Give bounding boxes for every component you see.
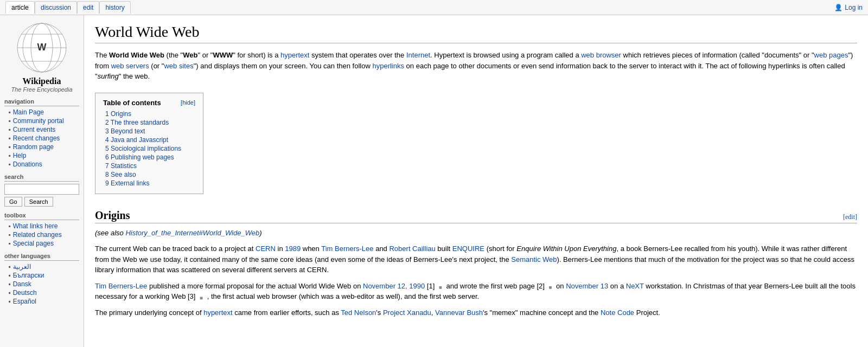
see-also-paragraph: (see also History_of_the_Internet#World_… <box>95 228 857 239</box>
sidebar-item-current-events[interactable]: Current events <box>9 126 79 133</box>
navigation-section-title: navigation <box>4 98 79 106</box>
lock-icon-3 <box>198 294 205 300</box>
go-button[interactable]: Go <box>4 197 22 207</box>
link-web-servers[interactable]: web servers <box>111 62 149 70</box>
toc-link-7[interactable]: 7 Statistics <box>105 162 137 170</box>
tab-discussion[interactable]: discussion <box>35 1 77 14</box>
see-also-text: (see also <box>95 229 125 237</box>
other-languages-list: العربية Български Dansk Deutsch Español <box>9 263 79 305</box>
tab-history[interactable]: history <box>99 1 130 14</box>
wikipedia-logo-subtitle: The Free Encyclopedia <box>4 86 79 93</box>
toc-list: 1 Origins 2 The three standards 3 Beyond… <box>105 110 195 187</box>
sidebar-item-random-page[interactable]: Random page <box>9 143 79 151</box>
link-1989[interactable]: 1989 <box>285 245 301 253</box>
bold-www2: WWW <box>213 51 233 59</box>
link-berners-lee[interactable]: Tim Berners-Lee <box>321 245 373 253</box>
toc-link-2[interactable]: 2 The three standards <box>105 119 169 126</box>
wikipedia-globe: W <box>15 21 69 75</box>
toc-header: Table of contents [hide] <box>103 99 195 107</box>
origins-para-2: Tim Berners-Lee published a more formal … <box>95 281 857 302</box>
sidebar-item-related-changes[interactable]: Related changes <box>9 231 79 239</box>
intro-text-6: . Hypertext is browsed using a program c… <box>430 51 581 59</box>
sidebar-item-help[interactable]: Help <box>9 152 79 159</box>
link-web-browser[interactable]: web browser <box>581 51 621 59</box>
sidebar-item-community[interactable]: Community portal <box>9 117 79 125</box>
intro-text-4: " for short) is a <box>233 51 280 59</box>
search-buttons: Go Search <box>4 197 79 207</box>
sidebar-item-what-links[interactable]: What links here <box>9 222 79 230</box>
sidebar-item-recent-changes[interactable]: Recent changes <box>9 134 79 142</box>
link-hyperlinks[interactable]: hyperlinks <box>372 62 404 70</box>
svg-text:W: W <box>37 42 47 53</box>
sidebar-item-spanish[interactable]: Español <box>9 298 79 305</box>
toc-item-5: 5 Sociological implications <box>105 145 195 152</box>
toc-link-5[interactable]: 5 Sociological implications <box>105 145 181 152</box>
lock-icon-1 <box>437 283 444 290</box>
toc-hide-button[interactable]: [hide] <box>181 99 195 106</box>
link-web-sites[interactable]: web sites <box>164 62 193 70</box>
user-icon: 👤 <box>834 4 843 11</box>
link-ted-nelson[interactable]: Ted Nelson <box>341 309 376 317</box>
sidebar-item-arabic[interactable]: العربية <box>9 263 79 271</box>
link-enquire[interactable]: ENQUIRE <box>452 245 484 253</box>
toolbox-list: What links here Related changes Special … <box>9 222 79 247</box>
toc-item-8: 8 See also <box>105 171 195 178</box>
wikipedia-logo-text: Wikipedia <box>4 76 79 86</box>
search-section: search Go Search <box>4 174 79 207</box>
toc-link-9[interactable]: 9 External links <box>105 179 149 187</box>
toolbox-section-title: toolbox <box>4 212 79 220</box>
see-also-close: ) <box>259 229 261 237</box>
bold-www: World Wide Web <box>109 51 164 59</box>
link-note-code[interactable]: Note Code <box>601 309 634 317</box>
origins-title: Origins <box>95 209 130 222</box>
link-internet[interactable]: Internet <box>406 51 430 59</box>
intro-text-10: ") and displays them on your screen. You… <box>194 62 373 70</box>
sidebar-item-donations[interactable]: Donations <box>9 160 79 168</box>
sidebar-item-danish[interactable]: Dansk <box>9 280 79 288</box>
login-label[interactable]: Log in <box>845 4 863 11</box>
link-nov12[interactable]: November 12, 1990 <box>363 282 425 290</box>
search-input[interactable] <box>4 184 79 195</box>
intro-text-9: (or " <box>149 62 164 70</box>
toc-item-1: 1 Origins <box>105 110 195 118</box>
link-cern[interactable]: CERN <box>256 245 276 253</box>
link-next[interactable]: NeXT <box>626 282 644 290</box>
sidebar-item-main-page[interactable]: Main Page <box>9 108 79 116</box>
toc-item-9: 9 External links <box>105 179 195 187</box>
link-project-xanadu[interactable]: Project Xanadu <box>383 309 431 317</box>
toc-link-1[interactable]: 1 Origins <box>105 110 131 118</box>
lock-icon-2 <box>547 283 553 290</box>
link-vannevar-bush[interactable]: Vannevar Bush <box>435 309 483 317</box>
login-area[interactable]: 👤 Log in <box>834 4 863 11</box>
toc-item-7: 7 Statistics <box>105 162 195 170</box>
intro-text-5: system that operates over the <box>309 51 406 59</box>
link-hypertext[interactable]: hypertext <box>280 51 309 59</box>
search-button[interactable]: Search <box>24 197 53 207</box>
search-section-title: search <box>4 174 79 182</box>
link-nov13[interactable]: November 13 <box>566 282 608 290</box>
toc-link-4[interactable]: 4 Java and Javascript <box>105 136 168 144</box>
logo-area: W Wikipedia The Free Encyclopedia <box>4 21 79 93</box>
sidebar-item-german[interactable]: Deutsch <box>9 289 79 297</box>
link-semantic-web[interactable]: Semantic Web <box>511 255 557 264</box>
sidebar: W Wikipedia The Free Encyclopedia naviga… <box>0 15 84 347</box>
link-cailliau[interactable]: Robert Cailliau <box>389 245 435 253</box>
link-hypertext-2[interactable]: hypertext <box>203 309 232 317</box>
origins-heading: Origins [edit] <box>95 209 857 223</box>
toc-link-6[interactable]: 6 Publishing web pages <box>105 153 174 161</box>
intro-text-2: (the " <box>164 51 183 59</box>
origins-section: Origins [edit] (see also History_of_the_… <box>95 209 857 318</box>
tab-edit[interactable]: edit <box>77 1 99 14</box>
origins-edit-link[interactable]: [edit] <box>843 213 857 221</box>
tab-article[interactable]: article <box>5 1 35 14</box>
sidebar-item-bulgarian[interactable]: Български <box>9 272 79 279</box>
sidebar-item-special-pages[interactable]: Special pages <box>9 240 79 247</box>
content-area: World Wide Web The World Wide Web (the "… <box>84 15 868 347</box>
toc-item-3: 3 Beyond text <box>105 127 195 135</box>
toc-link-3[interactable]: 3 Beyond text <box>105 127 145 135</box>
see-also-link[interactable]: History_of_the_Internet#World_Wide_Web <box>125 229 259 237</box>
toc-link-8[interactable]: 8 See also <box>105 171 136 178</box>
toc-item-6: 6 Publishing web pages <box>105 153 195 161</box>
link-web-pages[interactable]: web pages <box>814 51 848 59</box>
link-tim-berners-lee-2[interactable]: Tim Berners-Lee <box>95 282 147 290</box>
